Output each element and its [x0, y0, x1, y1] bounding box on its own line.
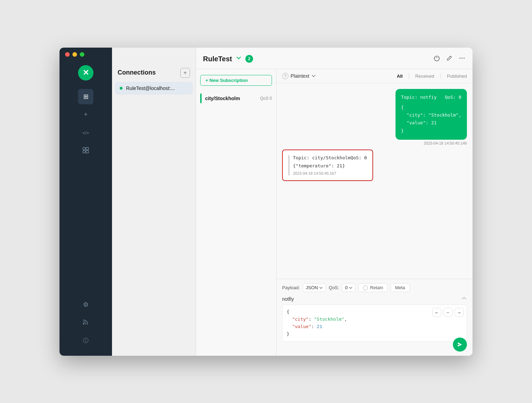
sidebar: ✕ ⊞ + </> [59, 48, 112, 356]
help-icon: ? [282, 73, 288, 79]
format-label: Plaintext [290, 73, 309, 79]
connection-item[interactable]: RuleTest@localhost:... [115, 82, 193, 95]
payload-line-3: "value": 21 [287, 323, 462, 331]
back-icon: ← [435, 310, 438, 315]
power-icon[interactable] [433, 55, 440, 63]
message-received: Topic: city/Stockholm QoS: 0 {"temperatu… [282, 150, 373, 181]
app-logo: ✕ [78, 65, 93, 81]
connections-title: Connections [118, 69, 156, 76]
filter-tab-received[interactable]: Received [415, 73, 434, 79]
nav-forward-button[interactable]: → [455, 308, 464, 317]
subscriptions-panel: + New Subscription city/Stockholm QoS 0 [196, 69, 276, 356]
nav-back-button[interactable]: ← [432, 308, 441, 317]
messages-header: ? Plaintext All | Received | Published [276, 69, 472, 83]
svg-rect-0 [83, 147, 85, 150]
connections-header: Connections + [112, 62, 196, 82]
sidebar-item-feed[interactable] [78, 315, 93, 331]
published-qos: QoS: 0 [445, 94, 461, 101]
qos-select[interactable]: 0 [342, 283, 356, 292]
connections-icon: ⊞ [83, 93, 89, 100]
received-qos: QoS: 0 [350, 155, 367, 160]
publisher-area: Payload: JSON QoS: 0 [276, 279, 472, 355]
sidebar-item-info[interactable]: ⓘ [78, 333, 93, 349]
published-bubble: Topic: notfiy QoS: 0 { "city": "Stockhol… [396, 89, 467, 140]
sub-indicator [200, 93, 202, 103]
retain-circle [363, 285, 368, 290]
received-bar [288, 155, 289, 175]
topic-name: notfiy [282, 296, 294, 302]
retain-label: Retain [370, 285, 383, 290]
svg-point-7 [464, 57, 465, 58]
more-icon[interactable] [458, 55, 465, 63]
minus-icon: − [447, 310, 449, 315]
add-icon: + [84, 111, 88, 118]
send-button[interactable] [453, 338, 467, 352]
subscription-item[interactable]: city/Stockholm QoS 0 [196, 90, 276, 107]
messages-list: Topic: notfiy QoS: 0 { "city": "Stockhol… [276, 83, 472, 279]
received-timestamp: 2023-04-18 14:50:45:167 [293, 171, 367, 175]
meta-button[interactable]: Meta [391, 283, 410, 292]
format-chevron-icon [312, 74, 316, 78]
published-timestamp: 2023-04-18 14:50:45:146 [396, 141, 467, 145]
plus-icon: + [183, 70, 187, 76]
main-header-right [433, 55, 465, 63]
main-header-left: RuleTest 2 [203, 55, 253, 63]
edit-icon[interactable] [446, 55, 453, 63]
message-published: Topic: notfiy QoS: 0 { "city": "Stockhol… [396, 89, 467, 145]
retain-button[interactable]: Retain [358, 283, 388, 292]
sub-qos: QoS 0 [260, 96, 272, 101]
sidebar-item-collection[interactable] [78, 144, 93, 159]
info-icon: ⓘ [83, 337, 89, 345]
chevron-down-icon[interactable] [236, 55, 242, 63]
send-area [282, 342, 467, 352]
svg-point-4 [83, 323, 84, 325]
send-icon [457, 341, 463, 348]
format-select-chevron [319, 286, 323, 290]
svg-rect-2 [83, 151, 85, 153]
format-selector[interactable]: ? Plaintext [282, 73, 316, 79]
qos-chevron-icon [349, 286, 352, 290]
payload-line-4: } [287, 331, 462, 338]
format-select[interactable]: JSON [303, 283, 326, 292]
traffic-light-red[interactable] [65, 52, 70, 57]
collapse-icon[interactable] [461, 296, 467, 303]
publisher-topic: notfiy [282, 296, 467, 303]
sidebar-item-settings[interactable]: ⚙ [78, 297, 93, 312]
filter-tabs: All | Received | Published [397, 73, 467, 79]
published-body: { "city": "Stockholm", "value": 21 } [401, 104, 461, 134]
add-connection-button[interactable]: + [180, 68, 190, 78]
svg-rect-3 [86, 151, 89, 153]
qos-value: 0 [345, 285, 348, 290]
traffic-light-green[interactable] [80, 52, 84, 57]
traffic-light-yellow[interactable] [72, 52, 77, 57]
filter-tab-all[interactable]: All [397, 73, 403, 79]
nav-minus-button[interactable]: − [443, 308, 453, 317]
payload-label: Payload: [282, 285, 300, 290]
forward-icon: → [458, 310, 461, 315]
new-subscription-button[interactable]: + New Subscription [200, 75, 272, 86]
sidebar-item-code[interactable]: </> [78, 125, 93, 141]
qos-label: QoS: [329, 285, 339, 290]
received-content: Topic: city/Stockholm QoS: 0 {"temperatu… [288, 155, 367, 175]
format-value: JSON [306, 285, 318, 290]
collection-icon [82, 147, 89, 155]
svg-point-5 [460, 57, 461, 58]
nav-icons: ← − → [432, 308, 464, 317]
received-body: {"temperature": 21} [293, 163, 367, 168]
published-topic-label: Topic: notfiy [401, 94, 437, 101]
code-icon: </> [83, 130, 89, 136]
settings-icon: ⚙ [83, 301, 89, 308]
received-topic-label: Topic: city/Stockholm [293, 155, 350, 160]
main-header: RuleTest 2 [196, 48, 472, 69]
connection-count-badge: 2 [245, 55, 253, 63]
svg-rect-1 [86, 147, 89, 150]
main-panel: RuleTest 2 [196, 48, 472, 356]
sidebar-item-connections[interactable]: ⊞ [78, 89, 93, 104]
messages-area: ? Plaintext All | Received | Published [276, 69, 472, 356]
filter-tab-published[interactable]: Published [447, 73, 467, 79]
sidebar-item-add[interactable]: + [78, 107, 93, 123]
sub-topic: city/Stockholm [205, 96, 260, 101]
payload-editor[interactable]: { "city": "Stockholm", "value": 21 } ← [282, 305, 467, 341]
sidebar-bottom: ⚙ ⓘ [59, 297, 112, 356]
publisher-controls: Payload: JSON QoS: 0 [282, 283, 467, 292]
